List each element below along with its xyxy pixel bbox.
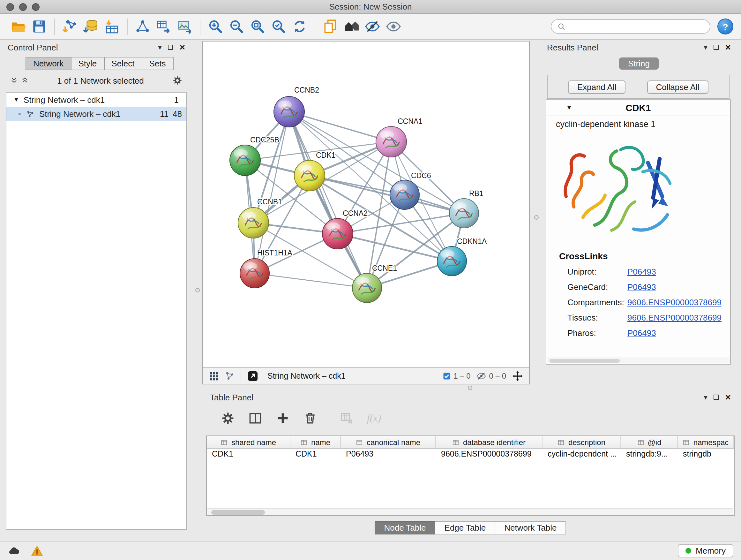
- table-settings-button[interactable]: [219, 408, 237, 429]
- tab-sets[interactable]: Sets: [142, 57, 173, 70]
- zoom-window-button[interactable]: [32, 3, 40, 10]
- collapse-panel-button[interactable]: ▾: [158, 43, 161, 51]
- network-node-CCNA2[interactable]: [322, 219, 353, 249]
- tab-edge-table[interactable]: Edge Table: [435, 521, 495, 535]
- gene-card-header[interactable]: ▾ CDK1: [546, 100, 730, 116]
- export-image-button[interactable]: [174, 16, 195, 37]
- network-node-CDKN1A[interactable]: [437, 246, 467, 276]
- minimize-window-button[interactable]: [19, 3, 27, 10]
- delete-column-button[interactable]: [301, 408, 319, 429]
- column-header[interactable]: name: [290, 436, 341, 448]
- expand-all-icon[interactable]: [21, 77, 29, 84]
- birds-eye-view-icon[interactable]: [209, 371, 219, 381]
- crosslink-link-uniprot[interactable]: P06493: [627, 267, 656, 276]
- checkbox-checked-icon[interactable]: [442, 371, 451, 380]
- search-input[interactable]: [570, 21, 704, 32]
- memory-button[interactable]: Memory: [678, 544, 733, 557]
- column-header[interactable]: namespac: [678, 436, 734, 448]
- tab-select[interactable]: Select: [105, 57, 142, 70]
- tree-caret-icon[interactable]: ▼: [13, 97, 19, 103]
- open-session-button[interactable]: [8, 16, 29, 37]
- splitter-handle[interactable]: [534, 215, 539, 220]
- close-panel-button[interactable]: ×: [179, 44, 185, 51]
- show-columns-button[interactable]: [246, 408, 264, 429]
- splitter-handle[interactable]: [195, 288, 200, 293]
- column-header[interactable]: shared name: [207, 436, 290, 448]
- network-from-selection-button[interactable]: [132, 16, 153, 37]
- network-node-CDK1[interactable]: [294, 160, 325, 191]
- column-header[interactable]: description: [542, 436, 621, 448]
- scrollbar-thumb[interactable]: [549, 359, 620, 363]
- network-collection-row[interactable]: ▼ String Network – cdk1 1: [6, 92, 186, 107]
- network-edge-CDK1-RB1[interactable]: [310, 176, 464, 213]
- close-panel-button[interactable]: ×: [725, 44, 731, 51]
- zoom-fit-button[interactable]: [247, 16, 268, 37]
- tab-style[interactable]: Style: [71, 57, 105, 70]
- float-panel-button[interactable]: [714, 395, 719, 400]
- table-cell[interactable]: P06493: [341, 449, 436, 461]
- table-hscrollbar[interactable]: [207, 508, 733, 515]
- export-table-button[interactable]: [153, 16, 174, 37]
- table-cell[interactable]: stringdb:9...: [621, 449, 678, 461]
- crosslink-link-genecard[interactable]: P06493: [627, 282, 656, 292]
- show-panel-button[interactable]: [383, 16, 404, 37]
- network-canvas[interactable]: CCNB2CCNA1CDC25BCDK1CDC6RB1CCNB1CCNA2CDK…: [203, 42, 529, 367]
- import-network-file-button[interactable]: [59, 16, 80, 37]
- network-share-icon[interactable]: [225, 371, 235, 381]
- gear-icon[interactable]: [172, 75, 183, 85]
- network-node-CDC25B[interactable]: [230, 145, 260, 176]
- open-external-icon[interactable]: [247, 370, 259, 381]
- network-edge-CCNB2-CCNE1[interactable]: [289, 112, 367, 288]
- hide-panel-button[interactable]: [362, 16, 383, 37]
- help-button[interactable]: ?: [718, 18, 733, 35]
- table-cell[interactable]: CDK1: [207, 449, 290, 461]
- tab-network[interactable]: Network: [25, 57, 71, 70]
- create-column-button[interactable]: [274, 408, 292, 429]
- tab-node-table[interactable]: Node Table: [374, 521, 435, 535]
- network-row[interactable]: ● String Network – cdk1 11 48: [6, 107, 186, 121]
- column-header[interactable]: canonical name: [341, 436, 436, 448]
- eye-slash-icon[interactable]: [476, 371, 487, 381]
- network-node-HIST1H1A[interactable]: [240, 259, 269, 288]
- splitter-handle[interactable]: [468, 386, 472, 390]
- warnings-button[interactable]: [30, 544, 44, 557]
- network-edge-CCNE1-HIST1H1A[interactable]: [255, 273, 367, 288]
- network-node-CCNB2[interactable]: [274, 97, 305, 127]
- network-node-CDC6[interactable]: [390, 180, 419, 209]
- crosslink-link-compartments[interactable]: 9606.ENSP00000378699: [627, 298, 722, 307]
- zoom-in-button[interactable]: [205, 16, 226, 37]
- collapse-card-icon[interactable]: ▾: [567, 104, 571, 112]
- tab-string[interactable]: String: [619, 57, 659, 70]
- move-crosshair-icon[interactable]: [512, 370, 523, 381]
- close-panel-button[interactable]: ×: [725, 394, 731, 400]
- expand-all-button[interactable]: Expand All: [568, 80, 625, 94]
- delete-table-button[interactable]: [338, 408, 355, 429]
- cloud-status-button[interactable]: [8, 544, 20, 557]
- table-cell[interactable]: cyclin-dependent ...: [542, 449, 621, 461]
- collapse-panel-button[interactable]: ▾: [704, 43, 707, 51]
- search-box[interactable]: [551, 19, 711, 34]
- column-header[interactable]: @id: [621, 436, 678, 448]
- network-node-RB1[interactable]: [449, 199, 479, 228]
- network-node-CCNB1[interactable]: [238, 207, 269, 238]
- function-builder-button[interactable]: f(x): [365, 408, 383, 429]
- home-button[interactable]: [341, 16, 362, 37]
- table-cell[interactable]: CDK1: [290, 449, 341, 461]
- collapse-panel-button[interactable]: ▾: [704, 393, 707, 401]
- collapse-all-button[interactable]: Collapse All: [647, 80, 709, 94]
- close-window-button[interactable]: [6, 3, 14, 10]
- scrollbar-thumb[interactable]: [211, 510, 265, 514]
- crosslink-link-tissues[interactable]: 9606.ENSP00000378699: [627, 313, 722, 322]
- duplicate-network-button[interactable]: [320, 16, 341, 37]
- results-scrollbar[interactable]: [547, 358, 730, 363]
- network-node-CCNE1[interactable]: [352, 273, 382, 303]
- zoom-out-button[interactable]: [226, 16, 247, 37]
- float-panel-button[interactable]: [168, 45, 173, 50]
- import-table-file-button[interactable]: [102, 16, 123, 37]
- network-node-CCNA1[interactable]: [376, 126, 407, 157]
- table-cell[interactable]: 9606.ENSP00000378699: [436, 449, 542, 461]
- import-network-database-button[interactable]: [80, 16, 102, 37]
- crosslink-link-pharos[interactable]: P06493: [627, 328, 656, 338]
- collapse-all-icon[interactable]: [10, 77, 18, 84]
- network-edge-CCNB2-CCNA1[interactable]: [289, 112, 391, 142]
